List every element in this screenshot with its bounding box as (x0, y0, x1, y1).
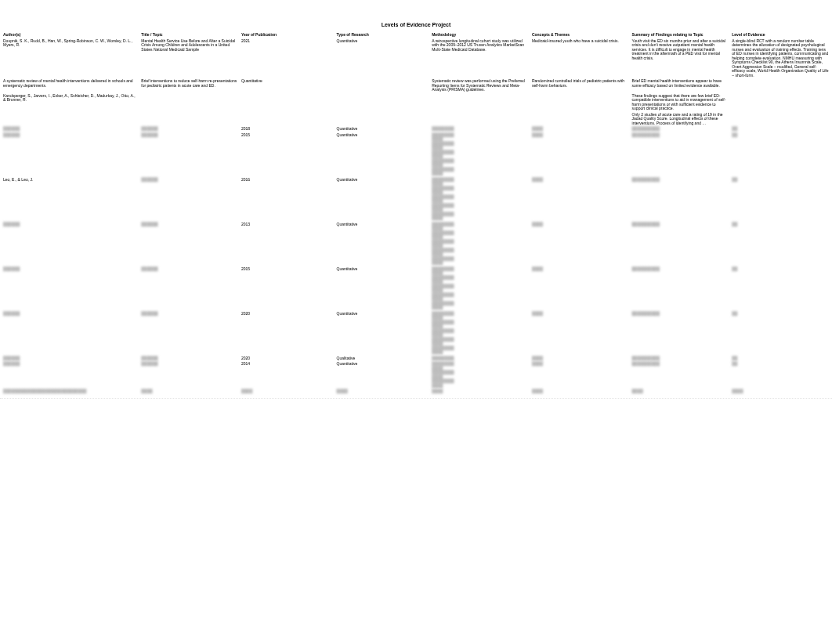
table-row: ██████ ██████ 2015 Quantitative ████████… (2, 132, 830, 177)
cell-method: ████████████████████████████████████████… (430, 132, 530, 177)
cell-author: ██████ (2, 126, 139, 132)
cell-author (2, 112, 139, 127)
cell-concept (530, 93, 631, 112)
page-break (0, 398, 832, 399)
cell-level: ██ (730, 361, 830, 389)
cell-level (730, 93, 830, 112)
cell-level: ██ (730, 132, 830, 177)
cell-concept: ████ (530, 222, 631, 266)
cell-concept: ████ (530, 389, 631, 395)
cell-title: ██████ (139, 311, 240, 356)
cell-type: Quantitative (335, 266, 431, 311)
cell-author: ██████ (2, 132, 139, 177)
cell-type: Quantitative (335, 361, 431, 389)
cell-method: ████████ (430, 356, 530, 362)
cell-type: Quantitative (335, 38, 431, 79)
cell-author: Kandsperger, S., Jarvers, I., Ecker, A.,… (2, 93, 139, 112)
table-row: Kandsperger, S., Jarvers, I., Ecker, A.,… (2, 93, 830, 112)
cell-title: ██████ (139, 356, 240, 362)
cell-author: Leo, E., & Leo, J. (2, 177, 139, 222)
cell-method: A retrospective longitudinal cohort stud… (430, 38, 530, 79)
col-year: Year of Publication (240, 32, 335, 38)
table-row: Leo, E., & Leo, J. ██████ 2016 Quantitat… (2, 177, 830, 222)
cell-concept: ████ (530, 132, 631, 177)
cell-author: ██████ (2, 222, 139, 266)
cell-type (335, 93, 431, 112)
table-row: ██████ ██████ 2020 Quantitative ████████… (2, 311, 830, 356)
cell-concept: Randomized controlled trials of pediatri… (530, 78, 631, 93)
cell-title: Mental Health Service Use Before and Aft… (139, 38, 240, 79)
cell-year: 2015 (240, 132, 335, 177)
cell-year (240, 112, 335, 127)
cell-title: ██████ (139, 126, 240, 132)
cell-summary: Brief ED mental health interventions app… (631, 78, 731, 93)
cell-summary: Youth visit the ED six months prior and … (631, 38, 731, 79)
cell-author: ██████ (2, 356, 139, 362)
col-summary: Summary of Findings relating to Topic (631, 32, 731, 38)
cell-year: 2014 (240, 361, 335, 389)
cell-author: Doupnik, S. K., Rudd, B., Han, W., Sprin… (2, 38, 139, 79)
col-title: Title / Topic (139, 32, 240, 38)
cell-year: Quantitative (240, 78, 335, 93)
cell-year: 2018 (240, 126, 335, 132)
evidence-table: Author(s) Title / Topic Year of Publicat… (2, 32, 830, 395)
cell-title: ██████ (139, 177, 240, 222)
cell-summary: ████ (631, 389, 731, 395)
cell-method: ████████████████████████████████████████… (430, 266, 530, 311)
cell-concept: ████ (530, 356, 631, 362)
cell-summary: ██████████ (631, 132, 731, 177)
cell-year: 2016 (240, 177, 335, 222)
cell-method: ████ (430, 389, 530, 395)
cell-level: A single-blind RCT with a random number … (730, 38, 830, 79)
col-author: Author(s) (2, 32, 139, 38)
cell-author: ██████████████████████████████ (2, 389, 139, 395)
cell-level: ██ (730, 177, 830, 222)
cell-concept: ████ (530, 361, 631, 389)
cell-title: ████ (139, 389, 240, 395)
cell-method: ████████ (430, 126, 530, 132)
cell-type: Quantitative (335, 132, 431, 177)
cell-title (139, 112, 240, 127)
table-row: ██████ ██████ 2013 Quantitative ████████… (2, 222, 830, 266)
cell-year: 2021 (240, 38, 335, 79)
cell-summary: These findings suggest that there are fe… (631, 93, 731, 112)
table-row: ██████ ██████ 2018 Quantitative ████████… (2, 126, 830, 132)
cell-method: ████████████████████████████████████████… (430, 177, 530, 222)
cell-title: Brief interventions to reduce self-harm … (139, 78, 240, 93)
cell-level: ██ (730, 126, 830, 132)
cell-concept: ████ (530, 177, 631, 222)
cell-method (430, 112, 530, 127)
cell-concept: ████ (530, 311, 631, 356)
cell-title (139, 93, 240, 112)
cell-type: Quantitative (335, 126, 431, 132)
cell-title: ██████ (139, 222, 240, 266)
cell-type: Quantitative (335, 177, 431, 222)
cell-concept: ████ (530, 126, 631, 132)
table-row: Doupnik, S. K., Rudd, B., Han, W., Sprin… (2, 38, 830, 79)
cell-year: 2013 (240, 222, 335, 266)
cell-year: 2020 (240, 311, 335, 356)
cell-method (430, 93, 530, 112)
table-row: ██████████████████████████████ ████ ████… (2, 389, 830, 395)
cell-type: Qualitative (335, 356, 431, 362)
table-header-row: Author(s) Title / Topic Year of Publicat… (2, 32, 830, 38)
cell-summary: Only 2 studies of acute care and a ratin… (631, 112, 731, 127)
cell-level: ██ (730, 311, 830, 356)
table-row: ██████ ██████ 2014 Quantitative ████████… (2, 361, 830, 389)
cell-concept (530, 112, 631, 127)
cell-level: ██ (730, 266, 830, 311)
page-title: Levels of Evidence Project (0, 0, 832, 32)
cell-level: ██ (730, 222, 830, 266)
cell-method: ████████████████████████████████████ (430, 361, 530, 389)
cell-author: ██████ (2, 266, 139, 311)
cell-author: ██████ (2, 361, 139, 389)
evidence-table-container: Author(s) Title / Topic Year of Publicat… (0, 32, 832, 395)
cell-year: 2015 (240, 266, 335, 311)
table-row: ██████ ██████ 2020 Qualitative ████████ … (2, 356, 830, 362)
cell-level (730, 78, 830, 93)
cell-summary: ██████████ (631, 177, 731, 222)
cell-concept: ████ (530, 266, 631, 311)
cell-title: ██████ (139, 132, 240, 177)
table-row: A systematic review of mental health int… (2, 78, 830, 93)
col-method: Methodology (430, 32, 530, 38)
